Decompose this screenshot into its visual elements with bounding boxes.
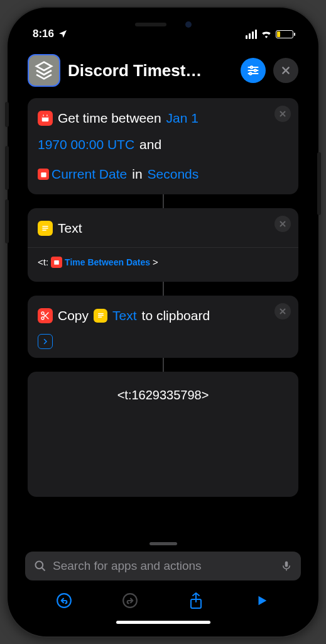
text-field[interactable]: <t: Time Between Dates > <box>28 247 298 273</box>
search-icon <box>34 560 46 572</box>
action-text[interactable]: Text <t: Time Between Dates > <box>28 208 298 282</box>
remove-action-button[interactable] <box>274 303 291 319</box>
bottom-panel: Search for apps and actions <box>15 538 311 629</box>
output-preview: <t:1629335798> <box>28 372 298 497</box>
remove-action-button[interactable] <box>274 106 291 122</box>
search-placeholder: Search for apps and actions <box>53 559 274 573</box>
volume-up <box>5 146 9 190</box>
action-label: Text <box>58 217 82 240</box>
variable-text[interactable]: Text <box>112 304 137 327</box>
actions-list: Get time between Jan 1 1970 00:00 UTC an… <box>15 98 311 538</box>
close-icon <box>279 110 286 118</box>
action-verb: Get time between <box>58 107 161 130</box>
shortcut-title: Discord Timest… <box>68 61 233 80</box>
connector <box>163 358 164 372</box>
cellular-icon <box>246 30 257 39</box>
svg-point-5 <box>249 72 251 74</box>
toolbar <box>25 580 301 618</box>
connector <box>163 194 164 208</box>
svg-marker-36 <box>258 596 266 606</box>
svg-line-31 <box>42 568 45 571</box>
header: Discord Timest… <box>15 45 311 98</box>
mic-icon[interactable] <box>281 559 292 573</box>
close-button[interactable] <box>273 58 298 83</box>
redo-button[interactable] <box>119 589 141 612</box>
home-indicator[interactable] <box>116 621 210 624</box>
param-second-date[interactable]: Current Date <box>52 163 127 186</box>
text-literal-post: > <box>153 257 158 267</box>
phone-frame: 8:16 Discord Timest… <box>8 8 318 636</box>
action-copy-to-clipboard[interactable]: Copy Text to clipboard <box>28 296 298 358</box>
drag-handle[interactable] <box>149 542 177 545</box>
calendar-icon <box>38 111 53 126</box>
shortcut-app-icon[interactable] <box>28 54 60 87</box>
wifi-icon <box>261 30 272 38</box>
action-word-in: in <box>132 163 142 186</box>
battery-icon <box>276 30 293 38</box>
status-time: 8:16 <box>33 28 54 40</box>
text-icon <box>94 309 107 323</box>
notch <box>97 15 229 34</box>
power-button <box>317 152 321 215</box>
silent-switch <box>5 102 9 127</box>
close-icon <box>279 308 286 315</box>
remove-action-button[interactable] <box>274 216 291 232</box>
svg-rect-14 <box>41 172 46 177</box>
redo-icon <box>122 592 138 609</box>
svg-rect-32 <box>285 562 288 567</box>
undo-icon <box>56 592 72 609</box>
expand-options-button[interactable] <box>38 334 53 349</box>
close-icon <box>279 220 286 228</box>
variable-time-between-dates[interactable]: Time Between Dates <box>65 257 150 267</box>
action-get-time-between-dates[interactable]: Get time between Jan 1 1970 00:00 UTC an… <box>28 98 298 194</box>
output-text: <t:1629335798> <box>117 388 209 402</box>
calendar-icon <box>38 169 49 180</box>
screen: 8:16 Discord Timest… <box>15 15 311 629</box>
svg-point-24 <box>41 317 44 319</box>
chevron-right-icon <box>41 338 49 345</box>
calendar-icon <box>51 257 62 268</box>
param-first-date[interactable]: Jan 1 <box>166 107 198 130</box>
undo-button[interactable] <box>53 589 75 612</box>
svg-point-3 <box>254 69 256 71</box>
action-rest: to clipboard <box>142 304 210 327</box>
action-verb: Copy <box>58 304 89 327</box>
connector <box>163 282 164 296</box>
volume-down <box>5 199 9 243</box>
scissors-icon <box>38 308 53 323</box>
svg-rect-20 <box>54 260 59 265</box>
svg-rect-11 <box>42 116 49 118</box>
share-button[interactable] <box>185 589 207 612</box>
param-unit[interactable]: Seconds <box>148 163 199 186</box>
play-icon <box>255 594 269 608</box>
svg-point-1 <box>251 66 253 68</box>
text-icon <box>38 221 53 236</box>
location-icon <box>58 29 68 39</box>
text-literal-pre: <t: <box>38 257 48 267</box>
param-first-date-time[interactable]: 1970 00:00 UTC <box>38 133 134 156</box>
run-button[interactable] <box>251 589 273 612</box>
settings-button[interactable] <box>241 58 266 83</box>
svg-point-30 <box>36 562 43 569</box>
action-word-and: and <box>139 133 161 156</box>
close-icon <box>281 65 291 75</box>
svg-point-23 <box>41 312 44 314</box>
sliders-icon <box>247 64 259 77</box>
search-field[interactable]: Search for apps and actions <box>25 552 301 580</box>
share-icon <box>188 592 204 609</box>
